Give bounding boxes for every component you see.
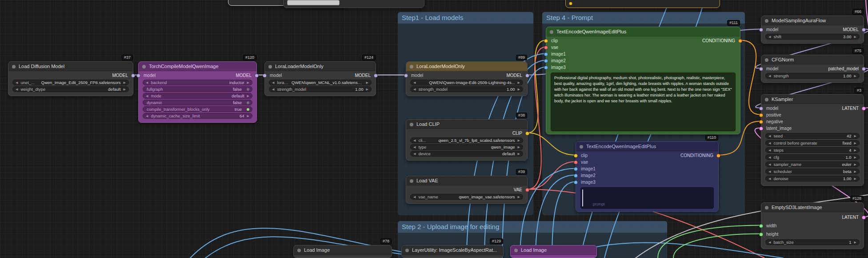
- widget-unet-name[interactable]: ◀ unet_... Qwen_Image_Edit_2509_FP8.safe…: [12, 80, 129, 85]
- widget-denoise[interactable]: ◀ denoise 1.00 ▶: [765, 176, 860, 181]
- arrow-right-icon[interactable]: ▶: [854, 34, 856, 40]
- node-header[interactable]: Load VAE: [406, 176, 527, 185]
- collapse-dot-icon[interactable]: [765, 58, 768, 62]
- collapse-dot-icon[interactable]: [405, 249, 409, 252]
- widget-scheduler[interactable]: ◀ scheduler beta ▶: [765, 169, 860, 174]
- slot-dot-image2[interactable]: [544, 59, 548, 63]
- widget-steps[interactable]: ◀ steps 4 ▶: [765, 147, 860, 153]
- node-text-encode-qwen-image-edit-plus-negative[interactable]: #110 TextEncodeQwenImageEditPlus clip CO…: [576, 141, 719, 212]
- arrow-left-icon[interactable]: ◀: [768, 169, 771, 174]
- widget-dynamic-cache-size-limit[interactable]: ◀ dynamic_cache_size_limit 64 ▶: [143, 113, 252, 119]
- collapse-dot-icon[interactable]: [765, 206, 768, 210]
- slot-dot-model[interactable]: [263, 73, 267, 77]
- slot-dot-clip[interactable]: [569, 2, 572, 5]
- widget-shift[interactable]: ◀ shift 3.00 ▶: [765, 34, 860, 40]
- widget-batch-size[interactable]: ◀ batch_size 1 ▶: [765, 239, 860, 245]
- arrow-right-icon[interactable]: ▶: [247, 93, 249, 99]
- node-load-vae[interactable]: #39 Load VAE VAE ◀ vae_name qwen_image_v…: [406, 176, 528, 204]
- slot-dot-positive[interactable]: [759, 113, 763, 117]
- slot-dot-clip[interactable]: [574, 153, 578, 157]
- widget-cfg[interactable]: ◀ cfg 1.0 ▶: [765, 154, 860, 160]
- slot-dot-conditioning[interactable]: [738, 39, 742, 43]
- arrow-left-icon[interactable]: ◀: [413, 80, 416, 85]
- collapse-dot-icon[interactable]: [514, 249, 518, 252]
- arrow-left-icon[interactable]: ◀: [768, 73, 771, 79]
- node-load-clip[interactable]: #38 Load CLIP CLIP ◀ cli... qwen_2.5_vl_…: [406, 119, 528, 161]
- arrow-right-icon[interactable]: ▶: [854, 133, 856, 139]
- toggle-dot-icon[interactable]: [247, 108, 249, 111]
- collapse-dot-icon[interactable]: [268, 65, 272, 69]
- widget-strength-model[interactable]: ◀ strength_model 1.00 ▶: [269, 86, 372, 92]
- prompt-textarea[interactable]: Professional digital photography, medium…: [551, 73, 736, 131]
- slot-dot-image1[interactable]: [574, 167, 578, 171]
- arrow-right-icon[interactable]: ▶: [518, 137, 520, 143]
- group-step1-header[interactable]: Step1 - Load models: [398, 12, 533, 24]
- arrow-left-icon[interactable]: ◀: [768, 176, 771, 181]
- slot-dot-width[interactable]: [759, 224, 763, 228]
- arrow-left-icon[interactable]: ◀: [768, 161, 771, 167]
- collapse-dot-icon[interactable]: [765, 98, 768, 101]
- node-cfg-norm[interactable]: #75 CFGNorm model patched_model ◀ streng…: [761, 55, 864, 83]
- arrow-left-icon[interactable]: ◀: [146, 80, 148, 85]
- node-header[interactable]: TextEncodeQwenImageEditPlus: [576, 142, 718, 151]
- slot-dot-latent[interactable]: [862, 106, 866, 110]
- arrow-left-icon[interactable]: ◀: [768, 147, 771, 153]
- node-partial-orange[interactable]: [565, 0, 720, 8]
- group-step4-header[interactable]: Step 4 - Prompt: [542, 12, 745, 24]
- arrow-left-icon[interactable]: ◀: [272, 80, 274, 85]
- slot-dot-model[interactable]: [759, 67, 763, 71]
- arrow-right-icon[interactable]: ▶: [366, 86, 368, 92]
- arrow-right-icon[interactable]: ▶: [247, 80, 249, 85]
- node-header[interactable]: KSampler: [761, 95, 864, 104]
- node-header[interactable]: CFGNorm: [761, 55, 864, 64]
- slot-dot-model[interactable]: [759, 28, 763, 32]
- slot-dot-model[interactable]: [759, 106, 763, 110]
- arrow-left-icon[interactable]: ◀: [768, 239, 771, 245]
- arrow-right-icon[interactable]: ▶: [854, 154, 856, 160]
- arrow-right-icon[interactable]: ▶: [854, 239, 856, 245]
- slot-dot-negative[interactable]: [759, 120, 763, 124]
- node-partial-top[interactable]: [283, 0, 424, 8]
- node-model-sampling-aura-flow[interactable]: #66 ModelSamplingAuraFlow model MODEL ◀ …: [761, 16, 864, 44]
- widget-mode[interactable]: ◀ mode default ▶: [143, 93, 252, 99]
- node-empty-sd3-latent-image[interactable]: #128 EmptySD3LatentImage LATENT width he…: [761, 202, 864, 249]
- widget-control-before-generate[interactable]: ◀ control before generate fixed ▶: [765, 140, 860, 146]
- slot-dot-model[interactable]: [255, 73, 259, 77]
- arrow-right-icon[interactable]: ▶: [854, 161, 856, 167]
- slot-dot-model[interactable]: [404, 73, 408, 77]
- arrow-right-icon[interactable]: ▶: [854, 147, 856, 153]
- node-header[interactable]: ModelSamplingAuraFlow: [761, 16, 864, 25]
- node-header[interactable]: Load Image: [511, 246, 596, 255]
- arrow-left-icon[interactable]: ◀: [768, 34, 771, 40]
- node-header[interactable]: LayerUtility: ImageScaleByAspectRat...: [402, 246, 503, 255]
- node-header[interactable]: Load CLIP: [406, 120, 527, 129]
- collapse-dot-icon[interactable]: [12, 65, 16, 69]
- slot-dot-model[interactable]: [131, 73, 135, 77]
- prompt-textarea[interactable]: prompt: [580, 187, 714, 209]
- slot-dot-model[interactable]: [136, 73, 140, 77]
- node-load-image-bypassed[interactable]: Load Image: [510, 245, 597, 258]
- slot-dot-clip[interactable]: [544, 39, 548, 43]
- collapse-dot-icon[interactable]: [410, 179, 413, 183]
- slot-dot-image3[interactable]: [544, 65, 548, 69]
- widget-lora-name[interactable]: ◀ QWEN\Qwen-Image-Edit-2509-Lightning-4s…: [410, 80, 523, 85]
- arrow-left-icon[interactable]: ◀: [16, 80, 18, 85]
- node-header[interactable]: EmptySD3LatentImage: [761, 203, 864, 212]
- collapse-dot-icon[interactable]: [142, 65, 146, 69]
- arrow-left-icon[interactable]: ◀: [768, 154, 771, 160]
- arrow-left-icon[interactable]: ◀: [272, 86, 274, 92]
- widget-strength-model[interactable]: ◀ strength_model 1.00 ▶: [410, 86, 523, 92]
- node-header[interactable]: LoraLoaderModelOnly: [406, 62, 527, 71]
- slot-dot-latent-image[interactable]: [759, 126, 763, 130]
- arrow-left-icon[interactable]: ◀: [16, 86, 18, 92]
- arrow-right-icon[interactable]: ▶: [518, 194, 520, 200]
- slot-dot-model[interactable]: [374, 73, 378, 77]
- widget-device[interactable]: ◀ device default ▶: [410, 151, 523, 157]
- arrow-left-icon[interactable]: ◀: [768, 133, 771, 139]
- node-lora-loader-model-only-124[interactable]: #124 LoraLoaderModelOnly model MODEL ◀ l…: [264, 61, 376, 96]
- collapse-dot-icon[interactable]: [410, 65, 413, 69]
- arrow-left-icon[interactable]: ◀: [413, 137, 416, 143]
- widget-weight-dtype[interactable]: ◀ weight_dtype default ▶: [12, 86, 129, 92]
- widget-lora-name[interactable]: ◀ lora ... QWEN\qwen_MCNL_v1.0.safetenso…: [269, 80, 372, 85]
- arrow-right-icon[interactable]: ▶: [854, 176, 856, 181]
